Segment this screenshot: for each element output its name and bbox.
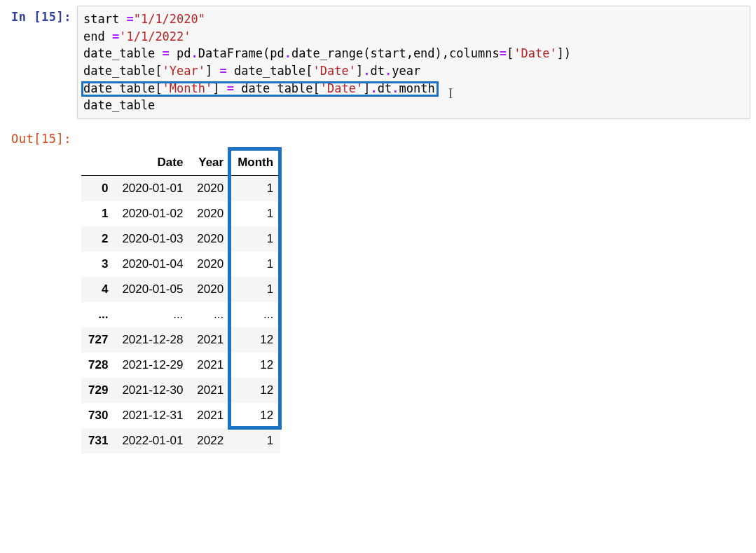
- code-token: dt: [378, 81, 392, 95]
- cell-month: 1: [231, 428, 280, 453]
- code-token: .: [370, 81, 377, 95]
- cell-year: 2020: [190, 201, 231, 226]
- code-token: ]: [212, 81, 226, 95]
- code-string: "1/1/2020": [134, 12, 205, 26]
- code-token: ]): [557, 46, 571, 60]
- cell-date: 2021-12-29: [115, 353, 190, 378]
- code-token: =: [220, 64, 227, 78]
- cell-date: 2020-01-05: [115, 277, 190, 302]
- code-token: =: [126, 12, 133, 26]
- code-token: ]: [363, 81, 370, 95]
- cell-year: 2022: [190, 428, 231, 453]
- row-index: 729: [81, 378, 115, 403]
- cell-month: 12: [231, 353, 280, 378]
- code-string: 'Date': [320, 81, 363, 95]
- code-string: 'Date': [313, 64, 356, 78]
- cell-year: 2020: [190, 277, 231, 302]
- cell-month: 1: [231, 175, 280, 201]
- table-row: ............: [81, 302, 280, 327]
- row-index: 728: [81, 353, 115, 378]
- in-prompt: In [15]:: [6, 6, 77, 24]
- code-token: [: [507, 46, 514, 60]
- code-token: .: [385, 64, 392, 78]
- code-token: .: [392, 81, 399, 95]
- code-editor[interactable]: start ="1/1/2020" end ='1/1/2022' date_t…: [77, 6, 750, 119]
- row-index: 4: [81, 277, 115, 302]
- code-token: ]: [205, 64, 219, 78]
- code-token: date_table[: [234, 81, 320, 95]
- code-token: date_table[: [83, 64, 163, 78]
- in-num: 15: [41, 10, 56, 24]
- table-row: 12020-01-0220201: [81, 201, 280, 226]
- in-close: ]:: [57, 10, 71, 24]
- cell-date: 2020-01-04: [115, 252, 190, 277]
- code-token: date_table: [83, 98, 155, 112]
- code-token: .: [363, 64, 370, 78]
- code-token: year: [392, 64, 420, 78]
- code-token: pd: [170, 46, 191, 60]
- code-block[interactable]: start ="1/1/2020" end ='1/1/2022' date_t…: [83, 11, 744, 114]
- cell-year: 2021: [190, 378, 231, 403]
- cell-month: 1: [231, 226, 280, 252]
- out-prompt: Out[15]:: [6, 128, 77, 146]
- code-string: 'Year': [163, 64, 205, 78]
- cell-month: ...: [231, 302, 280, 327]
- code-token: date_range(start,end),columns: [291, 46, 500, 60]
- input-cell: In [15]: start ="1/1/2020" end ='1/1/202…: [6, 6, 750, 119]
- table-row: 7302021-12-31202112: [81, 403, 280, 428]
- cell-month: 1: [231, 201, 280, 226]
- cell-year: 2020: [190, 252, 231, 277]
- code-string: '1/1/2022': [119, 29, 191, 43]
- code-token: =: [112, 29, 119, 43]
- out-num: 15: [41, 132, 56, 146]
- table-row: 7282021-12-29202112: [81, 353, 280, 378]
- cell-month: 12: [231, 378, 280, 403]
- code-string: 'Date': [514, 46, 556, 60]
- code-token: dt: [371, 64, 385, 78]
- cell-date: 2021-12-31: [115, 403, 190, 428]
- cell-date: 2021-12-30: [115, 378, 190, 403]
- code-token: =: [163, 46, 170, 60]
- cell-year: 2021: [190, 403, 231, 428]
- cell-month: 1: [231, 252, 280, 277]
- row-index: ...: [81, 302, 115, 327]
- out-close: ]:: [57, 132, 71, 146]
- code-token: ]: [356, 64, 363, 78]
- code-token: =: [227, 81, 234, 95]
- table-row: 7312022-01-0120221: [81, 428, 280, 453]
- table-row: 22020-01-0320201: [81, 226, 280, 252]
- dataframe-table: Date Year Month 02020-01-012020112020-01…: [81, 150, 280, 453]
- table-row: 42020-01-0520201: [81, 277, 280, 302]
- index-header: [81, 150, 115, 176]
- cell-date: ...: [115, 302, 190, 327]
- output-area: Date Year Month 02020-01-012020112020-01…: [77, 128, 750, 456]
- cell-year: ...: [190, 302, 231, 327]
- row-index: 730: [81, 403, 115, 428]
- code-token: end: [83, 29, 112, 43]
- row-index: 0: [81, 175, 115, 201]
- code-token: date_table[: [83, 81, 163, 95]
- cell-date: 2020-01-01: [115, 175, 190, 201]
- cell-year: 2020: [190, 226, 231, 252]
- row-index: 1: [81, 201, 115, 226]
- cell-year: 2021: [190, 353, 231, 378]
- out-label: Out[: [11, 132, 41, 146]
- code-token: start: [83, 12, 126, 26]
- output-cell: Out[15]: Date Year Month 02020-01-012020…: [6, 128, 750, 456]
- row-index: 727: [81, 327, 115, 353]
- cell-year: 2020: [190, 175, 231, 201]
- code-token: date_table[: [227, 64, 313, 78]
- code-token: .: [191, 46, 198, 60]
- code-token: DataFrame(pd: [198, 46, 284, 60]
- code-token: .: [284, 46, 291, 60]
- table-row: 7292021-12-30202112: [81, 378, 280, 403]
- col-header-date: Date: [115, 150, 190, 176]
- row-index: 731: [81, 428, 115, 453]
- code-token: month: [399, 81, 434, 95]
- table-row: 02020-01-0120201: [81, 175, 280, 201]
- code-token: =: [500, 46, 507, 60]
- row-index: 2: [81, 226, 115, 252]
- cell-month: 12: [231, 327, 280, 353]
- cell-date: 2022-01-01: [115, 428, 190, 453]
- table-row: 7272021-12-28202112: [81, 327, 280, 353]
